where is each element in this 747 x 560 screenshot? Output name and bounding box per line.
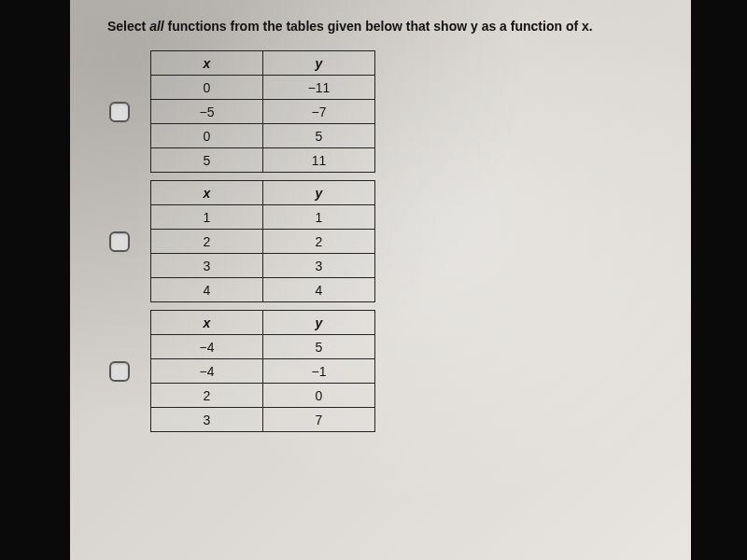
cell-x: 2 — [151, 230, 263, 254]
worksheet-page: Select all functions from the tables giv… — [70, 0, 691, 560]
table-row: −4 −1 — [151, 359, 375, 384]
function-table-3: x y −4 5 −4 −1 2 0 3 7 — [150, 310, 375, 432]
cell-x: 3 — [151, 408, 263, 432]
cell-y: 1 — [263, 205, 375, 230]
cell-y: 5 — [263, 335, 375, 359]
cell-y: 2 — [263, 230, 375, 254]
cell-y: 3 — [263, 254, 375, 278]
cell-y: 0 — [263, 384, 375, 408]
prompt-prefix: Select — [107, 19, 149, 34]
cell-x: −5 — [151, 100, 263, 124]
option-row-2: x y 1 1 2 2 3 3 4 4 — [107, 180, 654, 302]
question-prompt: Select all functions from the tables giv… — [107, 19, 654, 34]
cell-x: −4 — [151, 335, 263, 359]
cell-x: 0 — [151, 76, 263, 100]
cell-x: 0 — [151, 124, 263, 148]
table-header-x: x — [151, 51, 263, 76]
right-border — [691, 0, 747, 560]
function-table-1: x y 0 −11 −5 −7 0 5 5 11 — [150, 50, 375, 173]
option-row-3: x y −4 5 −4 −1 2 0 3 7 — [107, 310, 654, 432]
prompt-rest: functions from the tables given below th… — [164, 19, 593, 34]
table-row: 1 1 — [151, 205, 375, 230]
cell-x: 2 — [151, 384, 263, 408]
table-row: 5 11 — [151, 148, 375, 173]
function-table-2: x y 1 1 2 2 3 3 4 4 — [150, 180, 375, 302]
option-row-1: x y 0 −11 −5 −7 0 5 5 11 — [107, 50, 654, 173]
prompt-emphasis: all — [149, 19, 164, 34]
cell-x: 4 — [151, 278, 263, 302]
cell-y: 5 — [263, 124, 375, 148]
table-header-y: y — [263, 311, 375, 335]
table-row: 3 7 — [151, 408, 375, 432]
table-header-x: x — [151, 181, 263, 205]
table-header-y: y — [263, 51, 375, 76]
checkbox-option-3[interactable] — [109, 361, 130, 382]
cell-y: 11 — [263, 148, 375, 173]
table-header-x: x — [151, 311, 263, 335]
table-row: −5 −7 — [151, 100, 375, 124]
checkbox-option-2[interactable] — [109, 231, 130, 252]
table-row: 2 2 — [151, 230, 375, 254]
cell-y: 4 — [263, 278, 375, 302]
table-row: 2 0 — [151, 384, 375, 408]
table-header-y: y — [263, 181, 375, 205]
cell-y: −7 — [263, 100, 375, 124]
table-row: 0 −11 — [151, 76, 375, 100]
cell-y: −1 — [263, 359, 375, 384]
table-row: 4 4 — [151, 278, 375, 302]
cell-y: 7 — [263, 408, 375, 432]
cell-x: 5 — [151, 148, 263, 173]
checkbox-option-1[interactable] — [109, 102, 130, 122]
left-border — [0, 0, 70, 560]
cell-x: 3 — [151, 254, 263, 278]
cell-x: 1 — [151, 205, 263, 230]
table-row: −4 5 — [151, 335, 375, 359]
table-row: 0 5 — [151, 124, 375, 148]
table-row: 3 3 — [151, 254, 375, 278]
cell-x: −4 — [151, 359, 263, 384]
cell-y: −11 — [263, 76, 375, 100]
